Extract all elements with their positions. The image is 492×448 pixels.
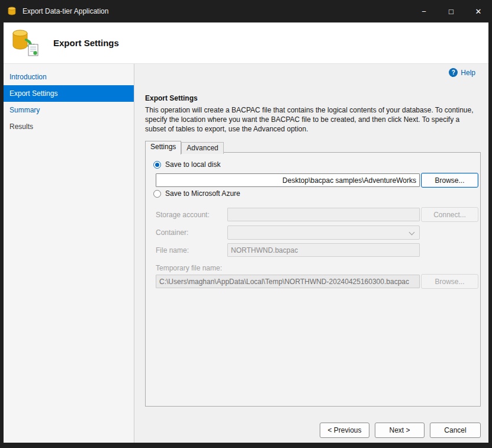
browse-temp-button[interactable]: Browse... — [421, 274, 478, 289]
wizard-main: ? Help Export Settings This operation wi… — [134, 64, 488, 443]
save-azure-radio[interactable]: Save to Microsoft Azure — [153, 189, 240, 198]
maximize-button[interactable]: □ — [438, 0, 465, 22]
section-title: Export Settings — [145, 94, 198, 102]
next-button[interactable]: Next > — [375, 423, 425, 438]
save-local-disk-radio[interactable]: Save to local disk — [153, 160, 220, 169]
previous-button[interactable]: < Previous — [320, 423, 369, 438]
storage-account-input[interactable] — [227, 208, 420, 221]
wizard-dialog: Export Settings Introduction Export Sett… — [4, 22, 488, 443]
sidebar-item-summary[interactable]: Summary — [4, 102, 134, 118]
window-title: Export Data-tier Application — [22, 7, 108, 15]
radio-unselected-icon — [153, 190, 161, 198]
page-title: Export Settings — [53, 38, 119, 48]
file-name-label: File name: — [156, 246, 189, 254]
sidebar-item-results[interactable]: Results — [4, 118, 134, 135]
titlebar: Export Data-tier Application − □ ✕ — [0, 0, 492, 22]
container-label: Container: — [156, 228, 188, 237]
sidebar-item-export-settings[interactable]: Export Settings — [4, 85, 134, 102]
wizard-header: Export Settings — [4, 22, 488, 64]
window-controls: − □ ✕ — [410, 0, 492, 22]
chevron-down-icon — [409, 230, 415, 236]
tab-advanced[interactable]: Advanced — [181, 142, 223, 154]
temp-file-name-input[interactable] — [156, 275, 420, 288]
help-label: Help — [461, 69, 475, 77]
tab-settings[interactable]: Settings — [145, 141, 181, 154]
settings-tabstrip: Settings Advanced — [145, 141, 224, 154]
storage-account-label: Storage account: — [156, 211, 210, 219]
local-path-input[interactable] — [156, 173, 420, 187]
database-app-icon — [7, 7, 17, 16]
settings-tab-panel: Save to local disk Browse... Save to Mic… — [145, 152, 481, 407]
browse-local-button[interactable]: Browse... — [421, 173, 478, 188]
wizard-steps-sidebar: Introduction Export Settings Summary Res… — [4, 64, 134, 443]
container-select[interactable] — [227, 225, 420, 240]
minimize-button[interactable]: − — [410, 0, 438, 22]
export-data-tier-application-window: Export Data-tier Application − □ ✕ Expor… — [0, 0, 492, 448]
help-icon: ? — [449, 68, 458, 77]
cancel-button[interactable]: Cancel — [430, 423, 481, 438]
export-database-icon — [11, 28, 39, 57]
sidebar-item-introduction[interactable]: Introduction — [4, 69, 134, 85]
radio-selected-icon — [153, 161, 161, 169]
connect-button[interactable]: Connect... — [421, 207, 478, 222]
file-name-input[interactable] — [227, 243, 420, 257]
save-local-disk-label: Save to local disk — [165, 160, 220, 169]
section-description: This operation will create a BACPAC file… — [145, 105, 481, 134]
close-button[interactable]: ✕ — [465, 0, 492, 22]
save-azure-label: Save to Microsoft Azure — [165, 189, 240, 198]
help-link[interactable]: ? Help — [449, 68, 475, 77]
temp-file-name-label: Temporary file name: — [156, 264, 222, 272]
